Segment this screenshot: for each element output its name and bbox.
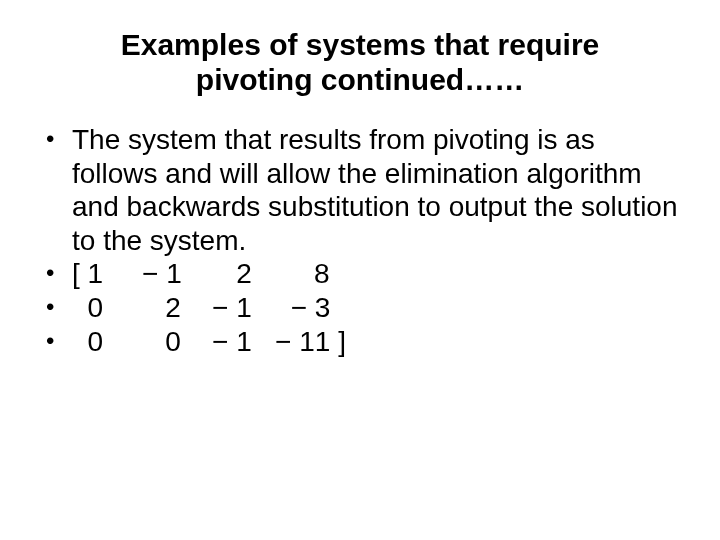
list-item: [ 1 − 1 2 8 [44, 257, 680, 291]
bullet-text: 0 0 − 1 − 11 ] [72, 326, 346, 357]
bullet-text: The system that results from pivoting is… [72, 124, 678, 256]
list-item: 0 2 − 1 − 3 [44, 291, 680, 325]
bullet-list: The system that results from pivoting is… [40, 123, 680, 358]
list-item: The system that results from pivoting is… [44, 123, 680, 257]
slide: Examples of systems that require pivotin… [0, 0, 720, 540]
slide-title: Examples of systems that require pivotin… [60, 28, 660, 97]
bullet-text: 0 2 − 1 − 3 [72, 292, 330, 323]
list-item: 0 0 − 1 − 11 ] [44, 325, 680, 359]
bullet-text: [ 1 − 1 2 8 [72, 258, 330, 289]
